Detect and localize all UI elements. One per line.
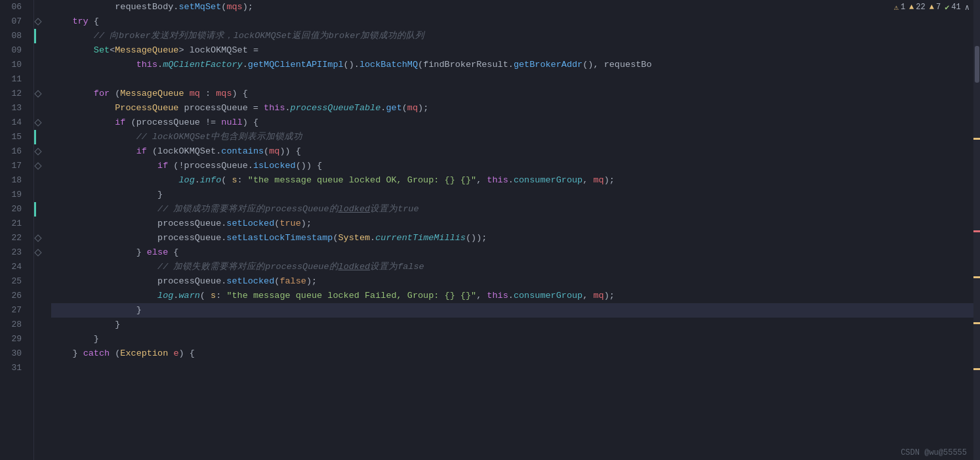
- line-10: 10: [0, 58, 27, 72]
- code-line-06: requestBody.setMqSet(mqs);: [51, 0, 980, 14]
- scrollbar-thumb[interactable]: [975, 46, 979, 83]
- code-line-23: } else {: [51, 245, 980, 260]
- line-14: 14: [0, 115, 27, 130]
- gutter-28: [34, 318, 46, 332]
- gutter-square-22: [34, 234, 41, 241]
- line-28: 28: [0, 318, 27, 332]
- code-line-12: for (MessageQueue mq : mqs) {: [51, 87, 980, 101]
- code-line-15: // lockOKMQSet中包含则表示加锁成功: [51, 130, 980, 144]
- line-11: 11: [0, 72, 27, 87]
- gutter-29: [34, 332, 46, 346]
- gutter-diamond-07: [34, 18, 41, 25]
- line-21: 21: [0, 217, 27, 231]
- code-line-17: if (!processQueue.isLocked()) {: [51, 159, 980, 173]
- code-line-08: // 向broker发送对列加锁请求，lockOKMQSet返回值为broker…: [51, 29, 980, 43]
- line-30: 30: [0, 346, 27, 361]
- credit-text: CSDN @wu@55555: [901, 448, 967, 457]
- scrollbar-marker-warn4: [973, 368, 980, 370]
- line-12: 12: [0, 87, 27, 101]
- gutter-15: [34, 130, 46, 144]
- gutter-17: [34, 159, 46, 173]
- gutter-diamond-14: [34, 119, 41, 126]
- gutter-24: [34, 260, 46, 274]
- scrollbar-marker-warn3: [973, 322, 980, 324]
- green-bar-20: [34, 202, 36, 217]
- gutter-20: [34, 202, 46, 217]
- line-25: 25: [0, 274, 27, 289]
- line-29: 29: [0, 332, 27, 346]
- gutter-10: [34, 58, 46, 72]
- line-24: 24: [0, 260, 27, 274]
- code-line-30: } catch (Exception e) {: [51, 346, 980, 361]
- code-line-20: // 加锁成功需要将对应的processQueue的lodked设置为true: [51, 202, 980, 217]
- scrollbar-marker-warn: [973, 138, 980, 140]
- gutter-08: [34, 29, 46, 43]
- green-bar-15: [34, 130, 36, 144]
- gutter-06: [34, 0, 46, 14]
- code-line-22: processQueue.setLastLockTimestamp(System…: [51, 231, 980, 245]
- code-line-13: ProcessQueue processQueue = this.process…: [51, 101, 980, 115]
- gutter-23: [34, 245, 46, 260]
- code-line-07: try {: [51, 14, 980, 29]
- line-06: 06: [0, 0, 27, 14]
- code-line-11: [51, 72, 980, 87]
- line-16: 16: [0, 144, 27, 159]
- gutter-14: [34, 115, 46, 130]
- gutter-12: [34, 87, 46, 101]
- line-19: 19: [0, 188, 27, 202]
- line-17: 17: [0, 159, 27, 173]
- code-line-26: log.warn( s: "the message queue locked F…: [51, 289, 980, 303]
- code-line-18: log.info( s: "the message queue locked O…: [51, 173, 980, 188]
- gutter-16: [34, 144, 46, 159]
- code-line-21: processQueue.setLocked(true);: [51, 217, 980, 231]
- line-23: 23: [0, 245, 27, 260]
- line-numbers: 06 07 08 09 10 11 12 13 14 15 16 17 18 1…: [0, 0, 34, 460]
- gutter-11: [34, 72, 46, 87]
- gutter-22: [34, 231, 46, 245]
- gutter-21: [34, 217, 46, 231]
- line-26: 26: [0, 289, 27, 303]
- code-line-09: Set<MessageQueue> lockOKMQSet =: [51, 43, 980, 58]
- gutter-30: [34, 346, 46, 361]
- code-line-19: }: [51, 188, 980, 202]
- gutter: [34, 0, 46, 460]
- gutter-diamond-12: [34, 90, 41, 97]
- green-bar-08: [34, 29, 36, 43]
- gutter-diamond-16: [34, 148, 41, 155]
- scrollbar-track[interactable]: [973, 0, 980, 460]
- gutter-07: [34, 14, 46, 29]
- gutter-09: [34, 43, 46, 58]
- editor-container: ⚠ 1 ▲ 22 ▲ 7 ✔ 41 ∧ 06 07 08 09 10 11 12…: [0, 0, 980, 460]
- line-15: 15: [0, 130, 27, 144]
- line-07: 07: [0, 14, 27, 29]
- code-line-28: }: [51, 318, 980, 332]
- gutter-diamond-17: [34, 162, 41, 169]
- code-line-16: if (lockOKMQSet.contains(mq)) {: [51, 144, 980, 159]
- line-27: 27: [0, 303, 27, 318]
- gutter-25: [34, 274, 46, 289]
- code-line-14: if (processQueue != null) {: [51, 115, 980, 130]
- line-08: 08: [0, 29, 27, 43]
- code-line-10: this.mQClientFactory.getMQClientAPIImpl(…: [51, 58, 980, 72]
- code-editor[interactable]: requestBody.setMqSet(mqs); try { // 向bro…: [46, 0, 980, 460]
- line-13: 13: [0, 101, 27, 115]
- line-20: 20: [0, 202, 27, 217]
- line-31: 31: [0, 361, 27, 375]
- gutter-19: [34, 188, 46, 202]
- line-22: 22: [0, 231, 27, 245]
- code-line-24: // 加锁失败需要将对应的processQueue的lodked设置为false: [51, 260, 980, 274]
- code-line-27: }: [51, 303, 980, 318]
- line-09: 09: [0, 43, 27, 58]
- scrollbar-marker-error: [973, 230, 980, 232]
- code-line-29: }: [51, 332, 980, 346]
- gutter-diamond-23: [34, 249, 41, 256]
- gutter-27: [34, 303, 46, 318]
- line-18: 18: [0, 173, 27, 188]
- gutter-13: [34, 101, 46, 115]
- gutter-26: [34, 289, 46, 303]
- scrollbar-marker-warn2: [973, 276, 980, 278]
- gutter-18: [34, 173, 46, 188]
- code-line-25: processQueue.setLocked(false);: [51, 274, 980, 289]
- gutter-31: [34, 361, 46, 375]
